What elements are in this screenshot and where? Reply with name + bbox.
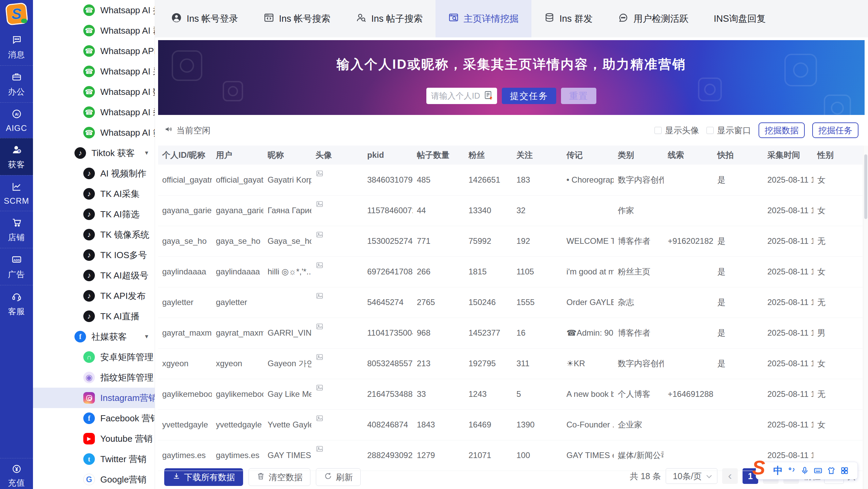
sidebar-item-Whatsapp AI 筛选[interactable]: ☎Whatsapp AI 筛选 [33,122,155,143]
sidebar-item-Youtube 营销[interactable]: ▶Youtube 营销 [33,428,155,449]
whatsapp-icon: ☎ [83,45,95,57]
tab-主页详情挖掘[interactable]: 主页详情挖掘 [436,0,531,37]
app-logo[interactable]: S [5,3,28,25]
cell-传记: Co-Founder ... [562,409,614,440]
rail-item-店铺[interactable]: 店铺 [0,211,33,248]
sidebar-item-Whatsapp AI 群发[interactable]: ☎Whatsapp AI 群发 [33,20,155,41]
sidebar-item-TK 镜像系统[interactable]: ♪TK 镜像系统 [33,224,155,245]
sidebar-item-TK AI采集[interactable]: ♪TK AI采集 [33,184,155,204]
profile-id-input[interactable] [431,91,481,101]
sidebar-item-label: Whatsapp AI 筛选 [100,127,155,139]
rail-item-获客[interactable]: AI获客 [0,138,33,175]
cell-性别: 女 [813,165,863,195]
sidebar-item-TK AI超级号[interactable]: ♪TK AI超级号 [33,265,155,286]
sidebar-item-Whatsapp AI 采集[interactable]: ☎Whatsapp AI 采集 [33,61,155,82]
ime-punctuation-icon[interactable] [787,466,796,475]
table-row: gaya_se_hogaya_se_hoGaya_se_ho ...153002… [158,226,863,256]
tab-INS询盘回复[interactable]: INS询盘回复 [701,0,778,37]
show-avatar-checkbox[interactable]: 显示头像 [654,125,699,136]
show-window-checkbox[interactable]: 显示窗口 [707,125,751,136]
rail-item-广告[interactable]: ADS广告 [0,248,33,285]
sidebar-item-TK API发布[interactable]: ♪TK API发布 [33,286,155,306]
column-header-线索: 线索 [664,146,713,165]
microphone-icon[interactable] [800,466,809,475]
rail-item-label: 办公 [8,86,25,97]
cell-类别: 博客作者 [614,226,664,256]
chart-icon [11,181,22,193]
sidebar-item-社媒获客[interactable]: f社媒获客▼ [33,326,155,347]
clear-data-button[interactable]: 清空数据 [249,468,310,486]
tab-Ins 帐号登录[interactable]: Ins 帐号登录 [158,0,251,37]
sidebar-item-Whatsapp AI 数据[interactable]: ☎Whatsapp AI 数据 [33,82,155,102]
sidebar-item-label: Facebook 营销 [100,412,155,424]
scrollbar-thumb[interactable] [864,154,867,219]
cell-头像 [311,440,363,471]
cell-传记: ☀KR [562,348,614,379]
sidebar-item-AI 视频制作[interactable]: ♪AI 视频制作 [33,163,155,184]
rail-item-办公[interactable]: 办公 [0,65,33,102]
cell-pkid: 28824930921 [363,440,413,471]
skin-icon[interactable] [827,466,836,475]
sidebar-item-Whatsapp AI 拉群[interactable]: ☎Whatsapp AI 拉群 [33,0,155,20]
download-all-button[interactable]: 下载所有数据 [164,468,243,486]
tiktok-icon: ♪ [83,208,95,220]
tab-Ins 帐号搜索[interactable]: Ins 帐号搜索 [251,0,343,37]
cell-性别: 无 [813,379,863,409]
sidebar-item-安卓矩阵管理[interactable]: ∩安卓矩阵管理 [33,347,155,367]
cell-pkid: 69726417085 [363,256,413,287]
sidebar-item-Whatsapp AI 裂变[interactable]: ☎Whatsapp AI 裂变 [33,102,155,122]
sidebar-item-Twitter 营销[interactable]: tTwitter 营销 [33,449,155,469]
tab-Ins 群发[interactable]: Ins 群发 [531,0,606,37]
cell-pkid: 54645274 [363,287,413,318]
tab-label: Ins 群发 [560,13,593,25]
sidebar-item-指纹矩阵管理[interactable]: ◉指纹矩阵管理 [33,367,155,388]
toolbox-grid-icon[interactable] [840,466,849,475]
rail-item-客服[interactable]: 客服 [0,285,33,322]
cell-关注: 1555 [512,287,562,318]
cell-pkid: 8053248557 [363,348,413,379]
sidebar-item-TK AI筛选[interactable]: ♪TK AI筛选 [33,204,155,224]
sidebar-item-Instagram营销[interactable]: Instagram营销 [33,388,155,408]
cell-用户: xgyeon [212,348,263,379]
table-row: gaylikemebookgaylikemebookGay Like Me216… [158,379,863,409]
checkbox-icon[interactable] [707,127,714,134]
submit-doc-icon[interactable] [483,90,494,102]
cell-个人ID/昵称: gaylikemebook [158,379,212,409]
rail-item-AIGC[interactable]: AIAIGC [0,102,33,138]
cell-类别: 数字内容创作者 [614,348,664,379]
cell-性别: 无 [813,226,863,256]
sidebar-item-Facebook 营销[interactable]: fFacebook 营销 [33,408,155,428]
ime-lang-toggle[interactable]: 中 [773,464,783,477]
rail-item-label: AIGC [6,123,27,133]
keyboard-icon[interactable] [814,466,822,475]
cell-采集时间: 2025-08-11 1... [763,256,813,287]
tiktok-icon: ♪ [83,229,95,240]
refresh-button[interactable]: 刷新 [316,468,361,486]
cell-pkid: 11041735004 [363,318,413,348]
instagram-icon [83,392,95,404]
sidebar-item-TK AI直播[interactable]: ♪TK AI直播 [33,306,155,326]
reset-button[interactable]: 重置 [561,88,596,104]
tab-Ins 帖子搜索[interactable]: Ins 帖子搜索 [343,0,436,37]
sidebar-item-Tiktok 获客[interactable]: ♪Tiktok 获客▼ [33,143,155,163]
sidebar-item-Google营销[interactable]: GGoogle营销 [33,469,155,489]
sogou-logo-icon[interactable]: S [752,458,765,477]
twitter-icon: t [83,453,95,465]
rail-item-消息[interactable]: 消息 [0,29,33,65]
table-row: gaylindaaaagaylindaaaahilli ◎☼*,'*...697… [158,256,863,287]
sidebar-item-Whatsapp API群发[interactable]: ☎Whatsapp API群发 [33,41,155,61]
cell-粉丝: 1426651 [464,165,512,195]
vertical-scrollbar[interactable] [863,146,868,489]
cell-性别: 无 [813,287,863,318]
cell-昵称: Gaya_se_ho ... [263,226,311,256]
tab-用户检测活跃[interactable]: 用户检测活跃 [605,0,701,37]
person-circle-icon [171,12,182,26]
cell-粉丝: 75992 [464,226,512,256]
sidebar-item-TK IOS多号[interactable]: ♪TK IOS多号 [33,245,155,265]
checkbox-icon[interactable] [654,127,662,134]
submit-task-button[interactable]: 提交任务 [502,88,556,104]
mine-task-button[interactable]: 挖掘任务 [812,122,858,138]
rail-item-SCRM[interactable]: SCRM [0,175,33,211]
mine-data-button[interactable]: 挖掘数据 [759,122,805,138]
rail-item-recharge[interactable]: 充值 [0,458,33,489]
